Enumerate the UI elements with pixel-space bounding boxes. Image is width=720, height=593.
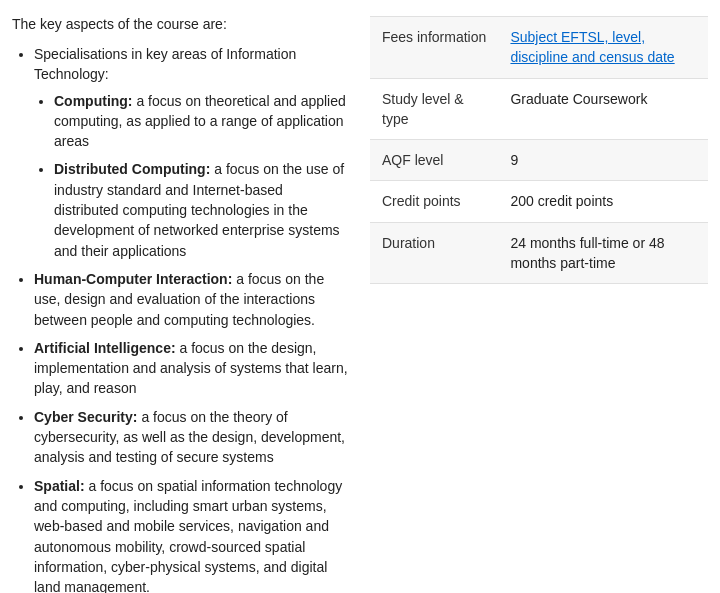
intro-text: The key aspects of the course are: [12, 16, 350, 32]
sub-bullet-distributed: Distributed Computing: a focus on the us… [54, 159, 350, 260]
fees-label: Fees information [370, 17, 498, 79]
fees-value: Subject EFTSL, level, discipline and cen… [498, 17, 708, 79]
study-level-value: Graduate Coursework [498, 78, 708, 140]
main-bullet-list: Specialisations in key areas of Informat… [12, 44, 350, 593]
left-column: The key aspects of the course are: Speci… [12, 16, 350, 593]
info-table: Fees information Subject EFTSL, level, d… [370, 16, 708, 284]
spatial-text: a focus on spatial information technolog… [34, 478, 342, 593]
table-row-duration: Duration 24 months full-time or 48 month… [370, 222, 708, 284]
bullet-cybersec: Cyber Security: a focus on the theory of… [34, 407, 350, 468]
aqf-label: AQF level [370, 140, 498, 181]
bullet-hci: Human-Computer Interaction: a focus on t… [34, 269, 350, 330]
computing-title: Computing: [54, 93, 133, 109]
main-bullet-item: Specialisations in key areas of Informat… [34, 44, 350, 261]
spatial-title: Spatial: [34, 478, 85, 494]
aqf-value: 9 [498, 140, 708, 181]
credit-label: Credit points [370, 181, 498, 222]
duration-label: Duration [370, 222, 498, 284]
table-row-credit: Credit points 200 credit points [370, 181, 708, 222]
ai-title: Artificial Intelligence: [34, 340, 176, 356]
fees-link[interactable]: Subject EFTSL, level, discipline and cen… [510, 29, 674, 65]
hci-title: Human-Computer Interaction: [34, 271, 232, 287]
table-row-study-level: Study level & type Graduate Coursework [370, 78, 708, 140]
duration-value: 24 months full-time or 48 months part-ti… [498, 222, 708, 284]
sub-bullet-computing: Computing: a focus on theoretical and ap… [54, 91, 350, 152]
table-row-aqf: AQF level 9 [370, 140, 708, 181]
bullet-ai: Artificial Intelligence: a focus on the … [34, 338, 350, 399]
study-level-label: Study level & type [370, 78, 498, 140]
bullet-spatial: Spatial: a focus on spatial information … [34, 476, 350, 593]
main-bullet-text: Specialisations in key areas of Informat… [34, 46, 296, 82]
credit-value: 200 credit points [498, 181, 708, 222]
table-row-fees: Fees information Subject EFTSL, level, d… [370, 17, 708, 79]
sub-bullet-list: Computing: a focus on theoretical and ap… [34, 91, 350, 261]
right-column: Fees information Subject EFTSL, level, d… [370, 16, 708, 593]
cybersec-title: Cyber Security: [34, 409, 137, 425]
distributed-title: Distributed Computing: [54, 161, 210, 177]
